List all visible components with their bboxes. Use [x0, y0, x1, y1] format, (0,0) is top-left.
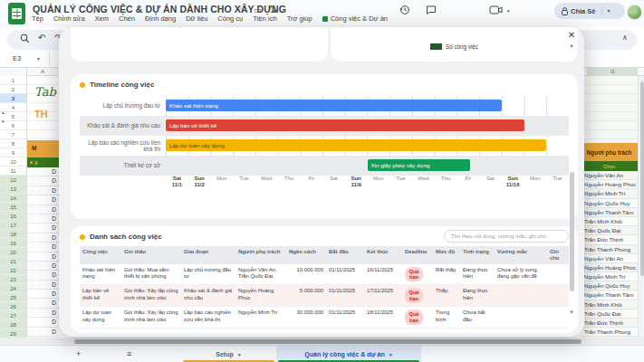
share-button[interactable]: Chia Sẻ ▼: [554, 3, 625, 19]
column-a-cell[interactable]: D: [27, 176, 59, 186]
row-number-15[interactable]: 15: [0, 203, 26, 212]
sheet-tab-caret-icon[interactable]: ▼: [237, 352, 242, 357]
modal-scroll-up-icon[interactable]: ▲: [569, 43, 574, 48]
row-number-19[interactable]: 19: [0, 239, 26, 248]
row-number-26[interactable]: 26: [0, 302, 26, 311]
task-row[interactable]: Lập bản vẽ thiết kếGói thầu: Xây lắp côn…: [80, 285, 569, 307]
meet-video-icon[interactable]: [489, 5, 504, 15]
select-all-corner[interactable]: [0, 68, 27, 76]
row-number-12[interactable]: 12: [0, 176, 26, 185]
row-number-17[interactable]: 17: [0, 221, 26, 230]
row-number-2[interactable]: 2: [0, 85, 26, 94]
column-header-g[interactable]: G: [610, 69, 615, 74]
row-number-7[interactable]: 7: [0, 130, 26, 139]
column-a-cell[interactable]: D: [27, 290, 59, 299]
column-a-cell[interactable]: D: [27, 224, 59, 233]
row-number-9[interactable]: 9: [0, 148, 26, 157]
row-number-10[interactable]: 10: [0, 157, 26, 167]
assignee-name[interactable]: Nguyễn Hoàng Phúc: [581, 263, 638, 272]
sheet-vertical-scrollbar-thumb[interactable]: [640, 81, 644, 276]
row-number-13[interactable]: 13: [0, 185, 26, 194]
modal-scroll-down-icon[interactable]: ▼: [569, 310, 574, 315]
sheet-horizontal-scrollbar-thumb[interactable]: [74, 339, 582, 344]
sheets-logo-icon[interactable]: [8, 3, 25, 24]
add-sheet-icon[interactable]: +: [76, 349, 81, 358]
task-row[interactable]: Khảo sát hiện trạngGói thầu: Mua sắm thi…: [80, 264, 569, 285]
column-a-cell[interactable]: D: [27, 195, 59, 205]
row-number-14[interactable]: 14: [0, 194, 26, 203]
assignee-name[interactable]: Trần Thanh Phong: [581, 328, 638, 337]
assignee-name[interactable]: Trần Đức Thịnh: [581, 235, 638, 244]
row-group-expand-icon[interactable]: ▾: [2, 119, 5, 124]
row-number-20[interactable]: 20: [0, 248, 26, 257]
column-header-a[interactable]: A: [41, 69, 44, 74]
menu-item-8[interactable]: Trợ giúp: [287, 14, 312, 23]
row-number-24[interactable]: 24: [0, 284, 26, 293]
column-a-cell[interactable]: D: [27, 252, 59, 262]
row-number-8[interactable]: 8: [0, 139, 26, 148]
sheet-green-subheader-cell[interactable]: A: [27, 157, 59, 167]
document-title[interactable]: QUẢN LÝ CÔNG VIỆC & DỰ ÁN DÀNH CHO XÂY D…: [33, 4, 286, 14]
menu-item-1[interactable]: Chỉnh sửa: [53, 14, 85, 23]
assignee-name[interactable]: Trần Đức Thịnh: [581, 319, 638, 328]
sheet-tab-caret-icon[interactable]: ▼: [389, 352, 393, 357]
move-folder-icon[interactable]: ▭: [254, 5, 262, 14]
column-a-data-cells[interactable]: DDDDDDDDDDDDDDDDDD: [27, 167, 59, 337]
gantt-bar[interactable]: Xin giấy phép xây dựng: [368, 159, 471, 171]
collapse-toolbar-icon[interactable]: ∧: [622, 33, 628, 42]
row-number-21[interactable]: 21: [0, 257, 26, 266]
assignee-name[interactable]: Nguyễn Quốc Huy: [581, 199, 638, 208]
star-icon[interactable]: ☆: [237, 5, 245, 14]
search-icon[interactable]: [20, 33, 30, 43]
menu-item-4[interactable]: Định dạng: [145, 14, 176, 23]
assignee-name[interactable]: Trần Quốc Đạt: [581, 226, 638, 235]
name-box[interactable]: E3: [13, 54, 21, 62]
sheet-orange-header-cell[interactable]: M: [27, 140, 59, 157]
assignee-name[interactable]: Nguyễn Văn An: [581, 171, 638, 180]
comments-icon[interactable]: [426, 5, 437, 15]
column-a-cell[interactable]: D: [27, 214, 59, 224]
column-a-cell[interactable]: D: [27, 167, 59, 176]
assignee-name[interactable]: Nguyễn Hoàng Phúc: [581, 180, 638, 189]
row-group-collapse-icon[interactable]: ▴: [2, 110, 5, 115]
menu-item-extension[interactable]: Công việc & Dự án: [322, 14, 388, 23]
row-number-1[interactable]: 1: [0, 76, 26, 85]
assignee-name[interactable]: Trần Quốc Đạt: [581, 310, 638, 319]
assignee-column-header[interactable]: Người phụ trách: [581, 143, 638, 161]
menu-item-3[interactable]: Chèn: [119, 14, 135, 23]
gantt-bar[interactable]: Lập bản vẽ thiết kế: [166, 119, 524, 131]
gantt-bar[interactable]: Lập dự toán xây dựng: [166, 139, 546, 151]
column-a-cell[interactable]: D: [27, 262, 59, 271]
column-a-cell[interactable]: D: [27, 299, 59, 308]
column-a-cell[interactable]: D: [27, 186, 59, 195]
close-icon[interactable]: ✕: [565, 29, 578, 42]
task-search-input[interactable]: Tìm theo nội dung, vướng mắc, ghi chú: [444, 230, 569, 243]
menu-item-0[interactable]: Tệp: [32, 14, 43, 23]
column-a-cell[interactable]: D: [27, 233, 59, 243]
assignee-name[interactable]: Nguyễn Văn An: [581, 254, 638, 263]
menu-item-7[interactable]: Tiện ích: [253, 14, 276, 23]
gantt-bar[interactable]: Khảo sát hiện trạng: [166, 100, 502, 111]
row-number-28[interactable]: 28: [0, 320, 26, 329]
menu-item-5[interactable]: Dữ liệu: [186, 14, 207, 23]
undo-icon[interactable]: ↶: [38, 33, 45, 43]
name-box-caret-icon[interactable]: ▼: [36, 56, 41, 62]
sheet-horizontal-scrollbar[interactable]: [0, 338, 644, 345]
task-row[interactable]: Lập dự toán xây dựngGói thầu: Xây lắp cô…: [80, 307, 569, 329]
modal-scrollbar-thumb[interactable]: [570, 172, 574, 291]
assignee-name[interactable]: Nguyễn Minh Trí: [581, 189, 638, 198]
row-number-22[interactable]: 22: [0, 266, 26, 275]
assignee-name[interactable]: Nguyễn Quốc Huy: [581, 281, 638, 291]
assignee-name[interactable]: Nguyễn Thanh Tâm: [581, 208, 638, 217]
all-sheets-icon[interactable]: ≡: [127, 349, 131, 358]
row-number-3[interactable]: 3: [0, 94, 26, 103]
share-caret-icon[interactable]: ▼: [601, 6, 611, 15]
assignee-name[interactable]: Trần Minh Khôi: [581, 217, 638, 226]
column-a-cell[interactable]: D: [27, 271, 59, 280]
menu-item-2[interactable]: Xem: [95, 14, 109, 23]
column-a-cell[interactable]: D: [27, 328, 59, 337]
column-a-cell[interactable]: D: [27, 205, 59, 214]
assignee-name[interactable]: Nguyễn Thanh Tâm: [581, 291, 638, 300]
column-a-cell[interactable]: D: [27, 281, 59, 290]
version-history-icon[interactable]: [399, 5, 410, 15]
